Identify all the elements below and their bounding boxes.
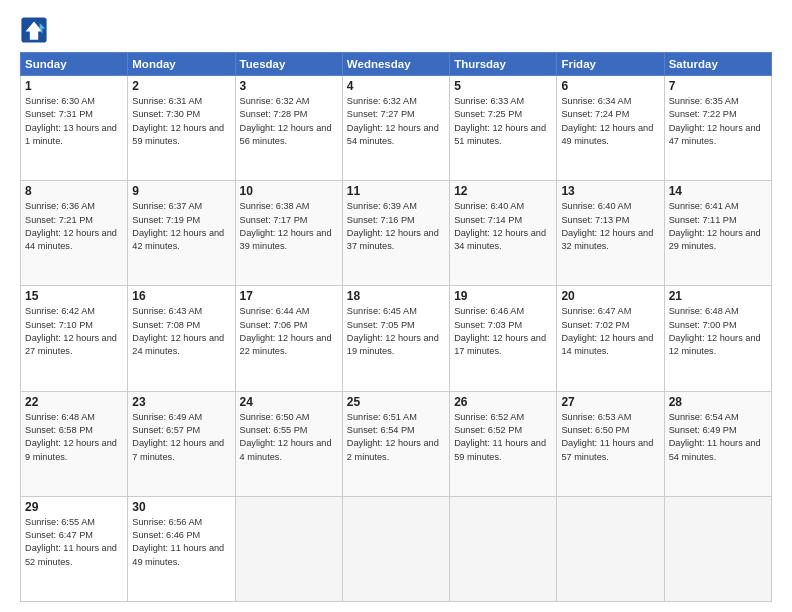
day-info: Sunrise: 6:37 AM Sunset: 7:19 PM Dayligh… — [132, 200, 230, 253]
page: SundayMondayTuesdayWednesdayThursdayFrid… — [0, 0, 792, 612]
day-info: Sunrise: 6:55 AM Sunset: 6:47 PM Dayligh… — [25, 516, 123, 569]
day-number: 15 — [25, 289, 123, 303]
day-number: 11 — [347, 184, 445, 198]
weekday-header-wednesday: Wednesday — [342, 53, 449, 76]
day-info: Sunrise: 6:48 AM Sunset: 6:58 PM Dayligh… — [25, 411, 123, 464]
day-number: 28 — [669, 395, 767, 409]
day-number: 20 — [561, 289, 659, 303]
logo — [20, 16, 52, 44]
day-info: Sunrise: 6:56 AM Sunset: 6:46 PM Dayligh… — [132, 516, 230, 569]
day-number: 9 — [132, 184, 230, 198]
day-number: 18 — [347, 289, 445, 303]
day-number: 26 — [454, 395, 552, 409]
calendar-cell — [450, 496, 557, 601]
calendar-cell: 27Sunrise: 6:53 AM Sunset: 6:50 PM Dayli… — [557, 391, 664, 496]
day-number: 23 — [132, 395, 230, 409]
day-number: 17 — [240, 289, 338, 303]
day-number: 4 — [347, 79, 445, 93]
calendar-cell: 24Sunrise: 6:50 AM Sunset: 6:55 PM Dayli… — [235, 391, 342, 496]
day-info: Sunrise: 6:48 AM Sunset: 7:00 PM Dayligh… — [669, 305, 767, 358]
day-number: 19 — [454, 289, 552, 303]
day-info: Sunrise: 6:40 AM Sunset: 7:13 PM Dayligh… — [561, 200, 659, 253]
calendar-cell: 29Sunrise: 6:55 AM Sunset: 6:47 PM Dayli… — [21, 496, 128, 601]
calendar-cell: 28Sunrise: 6:54 AM Sunset: 6:49 PM Dayli… — [664, 391, 771, 496]
day-info: Sunrise: 6:44 AM Sunset: 7:06 PM Dayligh… — [240, 305, 338, 358]
weekday-header-sunday: Sunday — [21, 53, 128, 76]
day-number: 7 — [669, 79, 767, 93]
calendar-cell: 6Sunrise: 6:34 AM Sunset: 7:24 PM Daylig… — [557, 76, 664, 181]
calendar-cell: 7Sunrise: 6:35 AM Sunset: 7:22 PM Daylig… — [664, 76, 771, 181]
week-row-3: 15Sunrise: 6:42 AM Sunset: 7:10 PM Dayli… — [21, 286, 772, 391]
day-info: Sunrise: 6:53 AM Sunset: 6:50 PM Dayligh… — [561, 411, 659, 464]
day-info: Sunrise: 6:42 AM Sunset: 7:10 PM Dayligh… — [25, 305, 123, 358]
day-number: 8 — [25, 184, 123, 198]
week-row-2: 8Sunrise: 6:36 AM Sunset: 7:21 PM Daylig… — [21, 181, 772, 286]
calendar-cell: 21Sunrise: 6:48 AM Sunset: 7:00 PM Dayli… — [664, 286, 771, 391]
day-number: 16 — [132, 289, 230, 303]
weekday-header-friday: Friday — [557, 53, 664, 76]
calendar-cell: 14Sunrise: 6:41 AM Sunset: 7:11 PM Dayli… — [664, 181, 771, 286]
calendar-cell: 12Sunrise: 6:40 AM Sunset: 7:14 PM Dayli… — [450, 181, 557, 286]
weekday-header-thursday: Thursday — [450, 53, 557, 76]
calendar-cell: 22Sunrise: 6:48 AM Sunset: 6:58 PM Dayli… — [21, 391, 128, 496]
calendar-cell: 18Sunrise: 6:45 AM Sunset: 7:05 PM Dayli… — [342, 286, 449, 391]
weekday-header-tuesday: Tuesday — [235, 53, 342, 76]
week-row-4: 22Sunrise: 6:48 AM Sunset: 6:58 PM Dayli… — [21, 391, 772, 496]
calendar-cell — [557, 496, 664, 601]
day-info: Sunrise: 6:36 AM Sunset: 7:21 PM Dayligh… — [25, 200, 123, 253]
day-number: 29 — [25, 500, 123, 514]
day-info: Sunrise: 6:34 AM Sunset: 7:24 PM Dayligh… — [561, 95, 659, 148]
calendar-cell: 23Sunrise: 6:49 AM Sunset: 6:57 PM Dayli… — [128, 391, 235, 496]
day-info: Sunrise: 6:47 AM Sunset: 7:02 PM Dayligh… — [561, 305, 659, 358]
day-number: 24 — [240, 395, 338, 409]
calendar-table: SundayMondayTuesdayWednesdayThursdayFrid… — [20, 52, 772, 602]
calendar-cell: 13Sunrise: 6:40 AM Sunset: 7:13 PM Dayli… — [557, 181, 664, 286]
calendar-cell — [342, 496, 449, 601]
day-number: 12 — [454, 184, 552, 198]
calendar-cell — [235, 496, 342, 601]
calendar-cell: 25Sunrise: 6:51 AM Sunset: 6:54 PM Dayli… — [342, 391, 449, 496]
day-number: 14 — [669, 184, 767, 198]
day-number: 6 — [561, 79, 659, 93]
calendar-cell: 10Sunrise: 6:38 AM Sunset: 7:17 PM Dayli… — [235, 181, 342, 286]
day-info: Sunrise: 6:40 AM Sunset: 7:14 PM Dayligh… — [454, 200, 552, 253]
day-info: Sunrise: 6:51 AM Sunset: 6:54 PM Dayligh… — [347, 411, 445, 464]
day-info: Sunrise: 6:35 AM Sunset: 7:22 PM Dayligh… — [669, 95, 767, 148]
weekday-header-row: SundayMondayTuesdayWednesdayThursdayFrid… — [21, 53, 772, 76]
weekday-header-saturday: Saturday — [664, 53, 771, 76]
calendar-cell: 20Sunrise: 6:47 AM Sunset: 7:02 PM Dayli… — [557, 286, 664, 391]
day-number: 5 — [454, 79, 552, 93]
day-info: Sunrise: 6:39 AM Sunset: 7:16 PM Dayligh… — [347, 200, 445, 253]
day-number: 21 — [669, 289, 767, 303]
header — [20, 16, 772, 44]
day-number: 30 — [132, 500, 230, 514]
calendar-cell: 16Sunrise: 6:43 AM Sunset: 7:08 PM Dayli… — [128, 286, 235, 391]
calendar-cell: 5Sunrise: 6:33 AM Sunset: 7:25 PM Daylig… — [450, 76, 557, 181]
day-number: 3 — [240, 79, 338, 93]
day-number: 1 — [25, 79, 123, 93]
weekday-header-monday: Monday — [128, 53, 235, 76]
day-info: Sunrise: 6:30 AM Sunset: 7:31 PM Dayligh… — [25, 95, 123, 148]
day-number: 22 — [25, 395, 123, 409]
calendar-cell: 4Sunrise: 6:32 AM Sunset: 7:27 PM Daylig… — [342, 76, 449, 181]
calendar-cell: 1Sunrise: 6:30 AM Sunset: 7:31 PM Daylig… — [21, 76, 128, 181]
calendar-cell: 17Sunrise: 6:44 AM Sunset: 7:06 PM Dayli… — [235, 286, 342, 391]
day-info: Sunrise: 6:54 AM Sunset: 6:49 PM Dayligh… — [669, 411, 767, 464]
week-row-1: 1Sunrise: 6:30 AM Sunset: 7:31 PM Daylig… — [21, 76, 772, 181]
day-number: 2 — [132, 79, 230, 93]
day-number: 10 — [240, 184, 338, 198]
day-info: Sunrise: 6:41 AM Sunset: 7:11 PM Dayligh… — [669, 200, 767, 253]
calendar-cell: 2Sunrise: 6:31 AM Sunset: 7:30 PM Daylig… — [128, 76, 235, 181]
day-info: Sunrise: 6:32 AM Sunset: 7:27 PM Dayligh… — [347, 95, 445, 148]
calendar-cell: 9Sunrise: 6:37 AM Sunset: 7:19 PM Daylig… — [128, 181, 235, 286]
day-info: Sunrise: 6:32 AM Sunset: 7:28 PM Dayligh… — [240, 95, 338, 148]
day-info: Sunrise: 6:45 AM Sunset: 7:05 PM Dayligh… — [347, 305, 445, 358]
day-info: Sunrise: 6:31 AM Sunset: 7:30 PM Dayligh… — [132, 95, 230, 148]
calendar-cell: 19Sunrise: 6:46 AM Sunset: 7:03 PM Dayli… — [450, 286, 557, 391]
day-info: Sunrise: 6:38 AM Sunset: 7:17 PM Dayligh… — [240, 200, 338, 253]
calendar-cell: 11Sunrise: 6:39 AM Sunset: 7:16 PM Dayli… — [342, 181, 449, 286]
day-info: Sunrise: 6:52 AM Sunset: 6:52 PM Dayligh… — [454, 411, 552, 464]
logo-icon — [20, 16, 48, 44]
day-info: Sunrise: 6:49 AM Sunset: 6:57 PM Dayligh… — [132, 411, 230, 464]
day-info: Sunrise: 6:33 AM Sunset: 7:25 PM Dayligh… — [454, 95, 552, 148]
